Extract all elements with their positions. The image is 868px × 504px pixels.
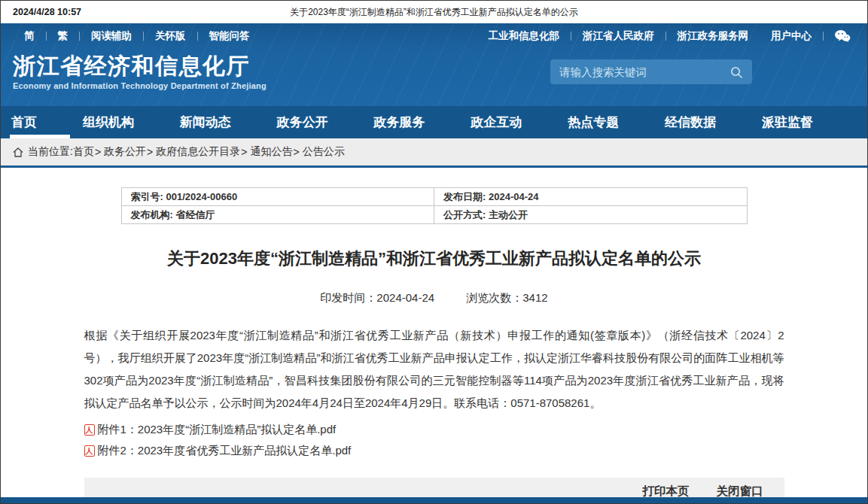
link-traditional[interactable]: 繁: [47, 29, 80, 43]
breadcrumb-prefix: 当前位置:: [28, 145, 73, 159]
breadcrumb-separator: >: [293, 146, 299, 158]
article-body: 根据《关于组织开展2023年度“浙江制造精品”和浙江省优秀工业新产品（新技术）申…: [84, 324, 784, 414]
doc-org-label: 发布机构:: [131, 209, 173, 220]
site-name-english: Economy and Information Technology Depar…: [13, 81, 266, 90]
nav-item-supervision[interactable]: 派驻监督: [762, 106, 813, 138]
attachment-name: 2023年度“浙江制造精品”拟认定名单.pdf: [138, 419, 336, 440]
magnifier-icon: [729, 65, 743, 79]
pdf-icon: 人: [84, 445, 95, 457]
crumb-home[interactable]: 首页: [73, 145, 94, 159]
link-smart-qa[interactable]: 智能问答: [198, 29, 261, 43]
print-time: 印发时间：2024-04-24: [320, 291, 434, 304]
link-zj-gov[interactable]: 浙江省人民政府: [571, 29, 665, 43]
article-content: 索引号: 001/2024-00660 发布日期: 2024-04-24 发布机…: [84, 168, 784, 504]
wechat-icon[interactable]: [834, 29, 851, 43]
print-time-value: 2024-04-24: [376, 291, 434, 304]
nav-item-hot-topics[interactable]: 热点专题: [568, 106, 619, 138]
doc-org-cell: 发布机构: 省经信厅: [121, 206, 434, 224]
nav-item-organization[interactable]: 组织机构: [83, 106, 134, 138]
nav-item-data[interactable]: 经信数据: [665, 106, 716, 138]
attachment-label: 附件1：: [98, 419, 138, 440]
attachment-link-1[interactable]: 人 附件1： 2023年度“浙江制造精品”拟认定名单.pdf: [84, 419, 784, 440]
site-name: 浙江省经济和信息化厅: [13, 53, 266, 79]
doc-index-cell: 索引号: 001/2024-00660: [121, 188, 434, 206]
attachment-label: 附件2：: [98, 440, 138, 461]
topbar: 简 繁 阅读辅助 关怀版 智能问答 工业和信息化部 浙江省人民政府 浙江政务服务…: [1, 23, 867, 49]
search-button[interactable]: [729, 65, 743, 79]
view-count: 浏览次数：3412: [466, 291, 547, 304]
main-nav: 首页 组织机构 新闻动态 政务公开 政务服务 政企互动 热点专题 经信数据 派驻…: [1, 106, 867, 138]
print-page-title: 关于2023年度“浙江制造精品”和浙江省优秀工业新产品拟认定名单的公示: [290, 6, 578, 19]
crumb-info-directory[interactable]: 政府信息公开目录: [156, 145, 240, 159]
doc-date-cell: 发布日期: 2024-04-24: [434, 188, 748, 206]
pdf-icon: 人: [84, 424, 95, 436]
attachment-name: 2023年度省优秀工业新产品拟认定名单.pdf: [138, 440, 351, 461]
doc-method-cell: 公开方式: 主动公开: [434, 206, 748, 224]
doc-date-value: 2024-04-24: [489, 191, 539, 202]
table-row: 发布机构: 省经信厅 公开方式: 主动公开: [121, 206, 747, 224]
nav-item-home[interactable]: 首页: [11, 106, 37, 138]
print-timestamp: 2024/4/28 10:57: [13, 7, 81, 17]
divider: [823, 32, 824, 41]
view-count-value: 3412: [522, 291, 547, 304]
brand-row: 浙江省经济和信息化厅 Economy and Information Techn…: [1, 49, 867, 90]
doc-index-label: 索引号:: [131, 191, 163, 202]
link-care-version[interactable]: 关怀版: [144, 29, 197, 43]
attachment-link-2[interactable]: 人 附件2： 2023年度省优秀工业新产品拟认定名单.pdf: [84, 440, 784, 461]
search-input[interactable]: [559, 66, 729, 78]
link-simplified[interactable]: 简: [13, 29, 46, 43]
nav-item-gov-disclosure[interactable]: 政务公开: [277, 106, 328, 138]
home-icon: [13, 147, 23, 157]
browser-page: 2024/4/28 10:57 关于2023年度“浙江制造精品”和浙江省优秀工业…: [0, 0, 868, 504]
breadcrumb-separator: >: [95, 146, 101, 158]
nav-item-news[interactable]: 新闻动态: [180, 106, 231, 138]
breadcrumb-separator: >: [147, 146, 153, 158]
crumb-gov-disclosure[interactable]: 政务公开: [104, 145, 146, 159]
link-user-center[interactable]: 用户中心: [760, 29, 823, 43]
footer-strip: [1, 497, 867, 503]
topbar-right-links: 工业和信息化部 浙江省人民政府 浙江政务服务网 用户中心: [477, 29, 851, 43]
article-meta: 印发时间：2024-04-24 浏览次数：3412: [84, 291, 784, 305]
page-title: 关于2023年度“浙江制造精品”和浙江省优秀工业新产品拟认定名单的公示: [84, 248, 784, 269]
doc-method-label: 公开方式:: [443, 209, 486, 220]
doc-org-value: 省经信厅: [175, 209, 215, 220]
crumb-announcements[interactable]: 公告公示: [303, 145, 345, 159]
table-row: 索引号: 001/2024-00660 发布日期: 2024-04-24: [121, 188, 747, 206]
nav-item-gov-services[interactable]: 政务服务: [374, 106, 425, 138]
crumb-notices[interactable]: 通知公告: [250, 145, 292, 159]
breadcrumb: 当前位置:首页> 政务公开> 政府信息公开目录> 通知公告> 公告公示: [1, 138, 867, 168]
link-miit[interactable]: 工业和信息化部: [477, 29, 571, 43]
nav-item-gov-enterprise[interactable]: 政企互动: [471, 106, 522, 138]
topbar-left-links: 简 繁 阅读辅助 关怀版 智能问答: [13, 29, 261, 43]
view-count-label: 浏览次数：: [466, 291, 522, 304]
breadcrumb-separator: >: [241, 146, 247, 158]
doc-method-value: 主动公开: [489, 209, 528, 220]
print-time-label: 印发时间：: [320, 291, 376, 304]
doc-info-table: 索引号: 001/2024-00660 发布日期: 2024-04-24 发布机…: [121, 187, 748, 224]
doc-index-value: 001/2024-00660: [166, 191, 237, 202]
print-header: 2024/4/28 10:57 关于2023年度“浙江制造精品”和浙江省优秀工业…: [1, 1, 867, 23]
search-box: [550, 59, 752, 84]
brand: 浙江省经济和信息化厅 Economy and Information Techn…: [13, 53, 266, 90]
attachments: 人 附件1： 2023年度“浙江制造精品”拟认定名单.pdf 人 附件2： 20…: [84, 419, 784, 461]
link-reading-aid[interactable]: 阅读辅助: [80, 29, 143, 43]
doc-date-label: 发布日期:: [443, 191, 486, 202]
site-header: 简 繁 阅读辅助 关怀版 智能问答 工业和信息化部 浙江省人民政府 浙江政务服务…: [1, 23, 867, 106]
link-zj-service[interactable]: 浙江政务服务网: [666, 29, 760, 43]
